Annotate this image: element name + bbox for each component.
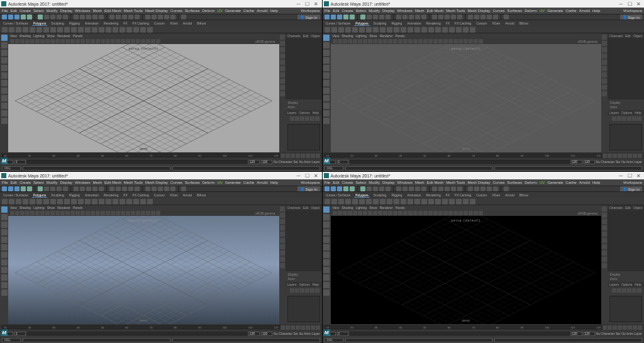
shelf-tab[interactable]: Curves / Surfaces — [2, 193, 30, 197]
playback-button[interactable] — [608, 325, 612, 330]
view-side-button[interactable] — [602, 213, 607, 218]
shelf-icon[interactable] — [456, 199, 462, 205]
panel-tool-button[interactable] — [25, 211, 30, 215]
panel-tool-button[interactable] — [45, 39, 50, 43]
shelf-icon[interactable] — [133, 27, 139, 33]
shelf-tab[interactable]: Animation — [406, 21, 422, 25]
playback-button[interactable] — [613, 325, 617, 330]
menu-mesh[interactable]: Mesh — [415, 181, 425, 184]
panel-menu[interactable]: Shading — [19, 34, 31, 38]
toolbar-button[interactable] — [343, 186, 348, 191]
shelf-icon[interactable] — [442, 199, 448, 205]
tool-button[interactable] — [1, 252, 8, 258]
menu-uv[interactable]: UV — [540, 9, 545, 13]
playback-end[interactable] — [248, 332, 260, 336]
shelf-tab[interactable]: Polygons — [354, 193, 370, 198]
shelf-icon[interactable] — [30, 27, 35, 33]
layer-button[interactable] — [295, 116, 299, 121]
playback-button[interactable] — [638, 325, 642, 330]
shelf-tab[interactable]: Arnold — [504, 21, 515, 25]
view-side-button[interactable] — [602, 244, 607, 249]
toolbar-button[interactable] — [63, 14, 68, 20]
panel-tool-button[interactable] — [343, 211, 347, 215]
playback-button[interactable] — [296, 154, 300, 158]
layer-button[interactable] — [622, 288, 626, 293]
layer-button[interactable] — [290, 116, 294, 121]
menu-editmesh[interactable]: Edit Mesh — [427, 181, 444, 184]
panel-tool-button[interactable] — [156, 39, 160, 43]
shelf-tab[interactable]: FX Caching — [453, 193, 472, 197]
shelf-icon[interactable] — [119, 27, 125, 33]
panel-tool-button[interactable] — [464, 39, 468, 43]
toolbar-button[interactable] — [38, 14, 43, 20]
panel-tool-button[interactable] — [35, 211, 40, 215]
shelf-tab[interactable]: Animation — [406, 193, 422, 197]
view-side-button[interactable] — [280, 47, 285, 52]
panel-tool-button[interactable] — [141, 211, 145, 215]
panel-tool-button[interactable] — [443, 39, 448, 43]
toolbar-button[interactable] — [432, 14, 437, 20]
toolbar-button[interactable] — [386, 186, 391, 191]
layer-editor[interactable] — [609, 296, 642, 322]
toolbar-button[interactable] — [158, 186, 163, 191]
menu-help[interactable]: Help — [592, 9, 600, 13]
view-side-button[interactable] — [280, 238, 285, 243]
menu-arnold[interactable]: Arnold — [257, 9, 267, 13]
toolbar-button[interactable] — [396, 14, 401, 20]
layer-button[interactable] — [632, 288, 636, 293]
view-side-button[interactable] — [280, 41, 285, 46]
panel-menu[interactable]: Lighting — [356, 34, 367, 38]
menu-help[interactable]: Help — [270, 9, 277, 13]
toolbar-button[interactable] — [373, 14, 378, 20]
layer-button[interactable] — [305, 116, 309, 121]
shelf-icon[interactable] — [380, 27, 386, 33]
shelf-tab[interactable]: Custom — [475, 193, 488, 197]
viewport[interactable]: persp (default) persp — [331, 216, 602, 324]
shelf-icon[interactable] — [373, 199, 379, 205]
panel-tool-button[interactable] — [141, 39, 145, 43]
workspace-label[interactable]: Workspace — [301, 181, 320, 184]
view-side-button[interactable] — [280, 213, 285, 218]
toolbar-button[interactable] — [487, 186, 492, 191]
view-side-button[interactable] — [602, 72, 607, 77]
toolbar-button[interactable] — [14, 14, 19, 20]
layer-button[interactable] — [315, 288, 319, 293]
shelf-icon[interactable] — [92, 199, 97, 205]
view-side-button[interactable] — [280, 232, 285, 237]
toolbar-button[interactable] — [116, 186, 121, 191]
tool-button[interactable] — [1, 35, 8, 41]
command-mode[interactable]: MEL — [325, 338, 343, 342]
panel-tool-button[interactable] — [418, 211, 423, 215]
shelf-tab[interactable]: Bifrost — [518, 193, 530, 197]
panel-menu[interactable]: Show — [47, 34, 55, 38]
toolbar-button[interactable] — [409, 186, 414, 191]
shelf-tab[interactable]: Sculpting — [50, 193, 65, 197]
no-character[interactable]: No Character Set — [596, 160, 621, 164]
panel-menu[interactable]: View — [333, 34, 340, 38]
timeline[interactable]: 102030405060708090100110120 — [0, 324, 322, 330]
range-track[interactable] — [350, 160, 570, 164]
signin-button[interactable]: 👤 Sign In — [620, 14, 642, 20]
no-anim-layer[interactable]: No Anim Layer — [299, 160, 320, 164]
panel-tool-button[interactable] — [408, 211, 413, 215]
shelf-tab[interactable]: Arnold — [182, 21, 193, 25]
panel-tool-button[interactable] — [60, 39, 65, 43]
toolbar-button[interactable] — [128, 186, 133, 191]
timeline[interactable]: 102030405060708090100110120 — [323, 324, 645, 330]
toolbar-button[interactable] — [468, 186, 473, 191]
toolbar-button[interactable] — [145, 14, 150, 20]
toolbar-button[interactable] — [99, 14, 104, 20]
panel-tool-button[interactable] — [363, 39, 367, 43]
menu-editmesh[interactable]: Edit Mesh — [427, 9, 444, 13]
toolbar-button[interactable] — [50, 14, 55, 20]
view-side-button[interactable] — [602, 91, 607, 96]
viewport[interactable]: persp (default) persp — [331, 44, 602, 152]
panel-tool-button[interactable] — [121, 211, 125, 215]
tool-button[interactable] — [323, 57, 330, 64]
tool-button[interactable] — [1, 103, 8, 109]
panel-tool-button[interactable] — [40, 211, 45, 215]
workspace-label[interactable]: Workspace — [623, 9, 642, 13]
shelf-icon[interactable] — [345, 199, 351, 205]
toolbar-button[interactable] — [325, 14, 330, 20]
panel-tool-button[interactable] — [383, 39, 387, 43]
